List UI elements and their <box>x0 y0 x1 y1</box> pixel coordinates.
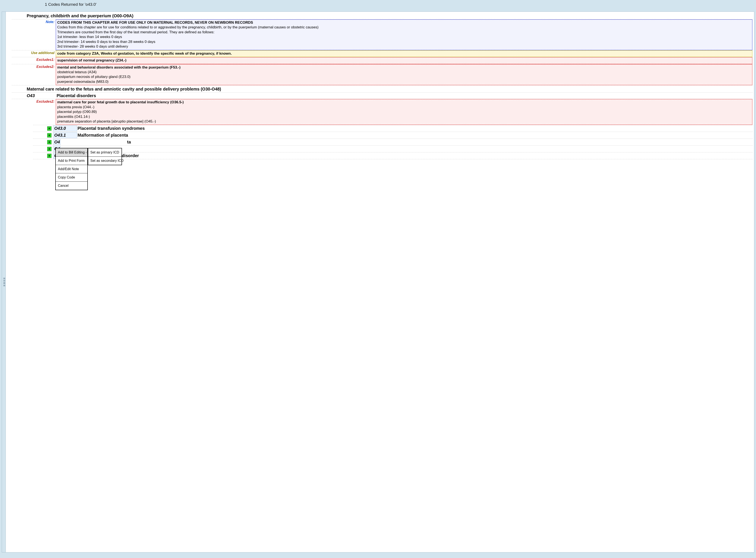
ctx-copy-code[interactable]: Copy Code <box>56 173 87 182</box>
excludes2-line: mental and behavioral disorders associat… <box>57 65 751 70</box>
subcode-label: Placental transfusion syndromes <box>77 126 145 131</box>
subcode-id: O43.1 <box>53 132 77 138</box>
subcode-id: O43.0 <box>53 126 77 131</box>
code-row-o43[interactable]: O43 Placental disorders <box>27 93 753 99</box>
excludes1-label: Excludes1: <box>12 57 56 64</box>
chapter-title: Pregnancy, childbirth and the puerperium… <box>27 14 753 18</box>
excludes2-line: puerperal osteomalacia (M83.0) <box>57 79 751 84</box>
excludes2-line: placental polyp (O90.89) <box>57 109 751 114</box>
code-label: Placental disorders <box>56 93 96 98</box>
results-header: 1 Codes Returned for 'o43.0' <box>0 0 756 11</box>
excludes2-line: maternal care for poor fetal growth due … <box>57 100 751 105</box>
excludes2-line: placentitis (O41.14-) <box>57 115 751 119</box>
note-bold-line: CODES FROM THIS CHAPTER ARE FOR USE ONLY… <box>57 20 751 25</box>
expand-icon[interactable]: + <box>47 133 51 137</box>
ctx-set-primary-icd[interactable]: Set as primary ICD <box>88 148 122 157</box>
excludes2-line: placenta previa (O44.-) <box>57 105 751 109</box>
code-id: O43 <box>27 93 56 98</box>
excludes1-text: supervision of normal pregnancy (Z34.-) <box>57 58 126 62</box>
excludes1-row: Excludes1: supervision of normal pregnan… <box>12 57 753 64</box>
subcode-row-o43-2[interactable]: + O4 ta <box>47 139 753 145</box>
excludes2-box: maternal care for poor fetal growth due … <box>56 99 752 125</box>
excludes2-label: Excludes2: <box>12 99 56 125</box>
use-additional-row: Use additional code from category Z3A, W… <box>12 50 753 57</box>
subcode-row-o43-1[interactable]: + O43.1 Malformation of placenta <box>47 132 753 138</box>
results-frame: Pregnancy, childbirth and the puerperium… <box>2 11 754 553</box>
note-line: 3rd trimester- 28 weeks 0 days until del… <box>57 44 751 49</box>
grip-icon <box>3 278 4 286</box>
subcode-label-tail: ta <box>127 140 131 145</box>
excludes2-line: premature separation of placenta [abrupt… <box>57 119 751 124</box>
subcode-row-o43-0[interactable]: + O43.0 Placental transfusion syndromes <box>47 125 753 132</box>
panel-resize-handle[interactable] <box>2 12 6 552</box>
note-label: Note: <box>12 20 56 50</box>
ctx-add-edit-note[interactable]: Add/Edit Note <box>56 165 87 173</box>
context-menu: Add to Bill Editing -> Add to Print Form… <box>55 148 88 190</box>
note-line: 2nd trimester- 14 weeks 0 days to less t… <box>57 40 751 44</box>
context-submenu: Set as primary ICD Set as secondary ICD <box>88 148 122 165</box>
ctx-cancel[interactable]: Cancel <box>56 182 87 190</box>
excludes2-box: mental and behavioral disorders associat… <box>56 64 752 85</box>
expand-icon[interactable]: + <box>47 126 51 131</box>
excludes2-line: postpartum necrosis of pituitary gland (… <box>57 75 751 79</box>
results-content: Pregnancy, childbirth and the puerperium… <box>6 12 754 552</box>
subcode-row-o43-3[interactable]: + O4 <box>47 146 753 152</box>
note-line: Codes from this chapter are for use for … <box>57 25 751 30</box>
excludes2-row-o43: Excludes2: maternal care for poor fetal … <box>12 99 753 125</box>
use-additional-box: code from category Z3A, Weeks of gestati… <box>56 50 752 57</box>
note-line: Trimesters are counted from the first da… <box>57 30 751 34</box>
subcode-row-o43-4[interactable]: + O4 fied placental disorder <box>47 152 753 159</box>
excludes1-box: supervision of normal pregnancy (Z34.-) <box>56 57 752 64</box>
context-menu-wrap: Add to Bill Editing -> Add to Print Form… <box>55 148 88 190</box>
ctx-add-to-bill-editing[interactable]: Add to Bill Editing -> <box>56 148 87 157</box>
use-additional-label: Use additional <box>12 50 56 57</box>
expand-icon[interactable]: + <box>47 140 51 144</box>
excludes2-row: Excludes2: mental and behavioral disorde… <box>12 64 753 85</box>
excludes2-label: Excludes2: <box>12 64 56 85</box>
note-box: CODES FROM THIS CHAPTER ARE FOR USE ONLY… <box>56 20 752 50</box>
note-line: 1st trimester- less than 14 weeks 0 days <box>57 34 751 39</box>
note-row: Note: CODES FROM THIS CHAPTER ARE FOR US… <box>12 20 753 50</box>
ctx-add-to-print-form[interactable]: Add to Print Form <box>56 157 87 165</box>
subcode-id: O4 <box>53 139 60 145</box>
expand-icon[interactable]: + <box>47 154 51 158</box>
section-title: Maternal care related to the fetus and a… <box>27 87 753 92</box>
excludes2-line: obstetrical tetanus (A34) <box>57 70 751 75</box>
ctx-set-secondary-icd[interactable]: Set as secondary ICD <box>88 157 122 165</box>
subcode-label: Malformation of placenta <box>77 133 128 138</box>
expand-icon[interactable]: + <box>47 147 51 151</box>
